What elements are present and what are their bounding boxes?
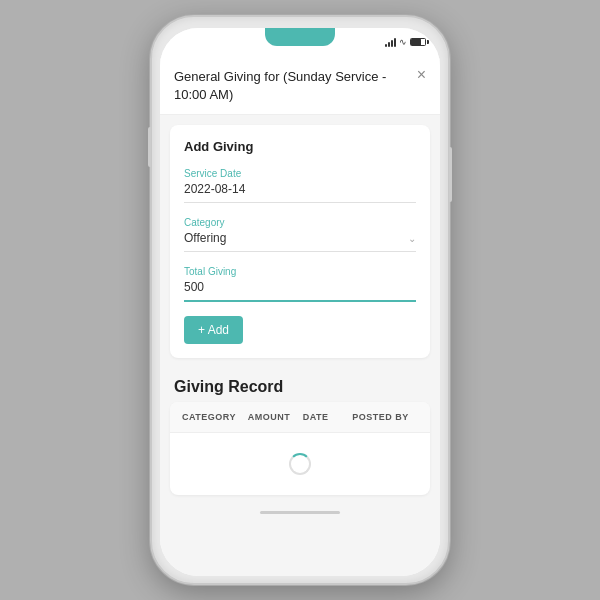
status-bar: ∿ [160,28,440,56]
signal-bars-icon [385,38,396,47]
col-header-amount: AMOUNT [248,412,303,422]
scroll-bar [260,511,340,514]
giving-record-table: CATEGORY AMOUNT DATE POSTED BY [170,402,430,495]
notch [265,28,335,46]
chevron-down-icon: ⌄ [408,233,416,244]
service-date-field: Service Date 2022-08-14 [184,168,416,203]
loading-spinner [289,453,311,475]
col-header-posted-by: POSTED BY [352,412,418,422]
close-button[interactable]: × [417,66,426,84]
service-date-label: Service Date [184,168,416,179]
category-label: Category [184,217,416,228]
col-header-category: CATEGORY [182,412,248,422]
total-giving-label: Total Giving [184,266,416,277]
category-value: Offering [184,231,226,245]
add-button[interactable]: + Add [184,316,243,344]
table-header: CATEGORY AMOUNT DATE POSTED BY [170,402,430,433]
category-select[interactable]: Offering ⌄ [184,231,416,252]
wifi-icon: ∿ [399,37,407,47]
total-giving-input[interactable]: 500 [184,280,416,302]
total-giving-field: Total Giving 500 [184,266,416,302]
col-header-date: DATE [303,412,352,422]
service-date-value[interactable]: 2022-08-14 [184,182,416,203]
battery-icon [410,38,426,46]
phone-screen: ∿ General Giving for (Sunday Service - 1… [160,28,440,576]
add-giving-card: Add Giving Service Date 2022-08-14 Categ… [170,125,430,358]
phone-frame: ∿ General Giving for (Sunday Service - 1… [150,15,450,585]
modal-header: General Giving for (Sunday Service - 10:… [160,56,440,115]
giving-record-title: Giving Record [174,378,426,396]
add-giving-title: Add Giving [184,139,416,154]
screen-content: General Giving for (Sunday Service - 10:… [160,56,440,576]
scroll-indicator [160,505,440,520]
status-icons: ∿ [385,37,426,47]
giving-record-section: Giving Record [160,368,440,402]
modal-title: General Giving for (Sunday Service - 10:… [174,68,409,104]
loading-area [170,433,430,495]
category-field: Category Offering ⌄ [184,217,416,252]
